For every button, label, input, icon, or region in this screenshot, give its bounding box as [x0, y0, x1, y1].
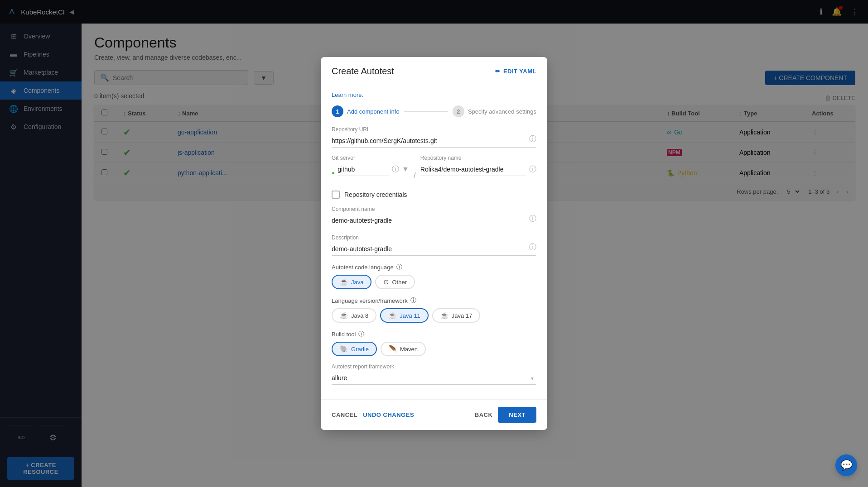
language-version-group: Language version/framework ⓘ ☕ Java 8 ☕ … — [332, 296, 536, 323]
git-server-info-icon[interactable]: ⓘ — [392, 165, 399, 176]
code-language-label: Autotest code language ⓘ — [332, 263, 536, 271]
java8-icon: ☕ — [340, 311, 348, 320]
build-tool-group: Build tool ⓘ 🐘 Gradle 🪶 Maven — [332, 330, 536, 356]
step-2: 2 Specify advanced settings — [453, 105, 536, 117]
git-server-label: Git server — [332, 155, 409, 161]
learn-more-link[interactable]: Learn more. — [332, 91, 536, 98]
chip-java-label: Java — [351, 279, 363, 286]
undo-changes-button[interactable]: UNDO CHANGES — [363, 411, 414, 418]
description-input[interactable] — [332, 243, 536, 256]
build-tool-chips: 🐘 Gradle 🪶 Maven — [332, 342, 536, 356]
slash-separator: / — [414, 171, 416, 183]
dialog-body: Learn more. 1 Add component info 2 Speci… — [321, 84, 547, 399]
java17-icon: ☕ — [440, 311, 449, 320]
build-tool-info-icon[interactable]: ⓘ — [358, 330, 364, 338]
language-version-chips: ☕ Java 8 ☕ Java 11 ☕ Java 17 — [332, 308, 536, 323]
component-name-input[interactable] — [332, 214, 536, 227]
pencil-icon: ✏ — [495, 68, 501, 75]
repo-credentials-label: Repository credentials — [344, 191, 407, 198]
step-2-circle: 2 — [453, 105, 464, 117]
dialog-title: Create Autotest — [332, 66, 394, 76]
cancel-button[interactable]: CANCEL — [332, 411, 357, 418]
component-name-label: Component name — [332, 206, 536, 212]
code-language-group: Autotest code language ⓘ ☕ Java ⊙ Other — [332, 263, 536, 289]
component-name-field: Component name ⓘ — [332, 206, 536, 227]
maven-icon: 🪶 — [389, 345, 397, 353]
report-framework-select-wrapper: allure junit testng — [332, 372, 536, 385]
repo-name-info-icon[interactable]: ⓘ — [529, 165, 536, 176]
step-line — [404, 111, 448, 112]
code-language-chips: ☕ Java ⊙ Other — [332, 275, 536, 289]
chip-java11[interactable]: ☕ Java 11 — [380, 308, 429, 323]
repo-name-label: Repository name — [420, 155, 536, 161]
repo-name-input[interactable] — [420, 163, 526, 176]
chip-maven[interactable]: 🪶 Maven — [381, 342, 426, 356]
gradle-icon: 🐘 — [340, 345, 348, 353]
chip-java8[interactable]: ☕ Java 8 — [332, 308, 376, 323]
build-tool-label: Build tool ⓘ — [332, 330, 536, 338]
repo-name-field: Repository name ⓘ — [420, 155, 536, 176]
edit-yaml-button[interactable]: ✏ EDIT YAML — [495, 68, 536, 75]
repo-url-input[interactable] — [332, 134, 536, 148]
step-1: 1 Add component info — [332, 105, 400, 117]
repo-credentials-checkbox[interactable] — [332, 191, 340, 199]
step-2-label: Specify advanced settings — [468, 108, 536, 115]
description-label: Description — [332, 234, 536, 241]
chip-gradle[interactable]: 🐘 Gradle — [332, 342, 377, 356]
chip-other-label: Other — [392, 279, 407, 286]
git-server-repo-row: Git server ● ⓘ ▼ / Repository name ⓘ — [332, 155, 536, 183]
language-version-info-icon[interactable]: ⓘ — [410, 296, 416, 305]
git-server-input[interactable] — [338, 163, 389, 176]
report-framework-label: Autotest report framework — [332, 363, 536, 370]
chip-java17-label: Java 17 — [452, 312, 473, 319]
repo-url-field: Repository URL ⓘ — [332, 126, 536, 148]
java11-icon: ☕ — [388, 311, 397, 320]
description-info-icon[interactable]: ⓘ — [529, 243, 536, 254]
git-status-icon: ● — [332, 170, 335, 176]
description-field: Description ⓘ — [332, 234, 536, 256]
chip-java11-label: Java 11 — [400, 312, 420, 319]
modal-overlay: Create Autotest ✏ EDIT YAML Learn more. … — [0, 0, 868, 487]
repo-url-info-icon[interactable]: ⓘ — [529, 134, 536, 146]
chip-maven-label: Maven — [400, 346, 418, 353]
report-framework-select[interactable]: allure junit testng — [332, 372, 536, 385]
chat-icon: 💬 — [840, 459, 853, 471]
step-1-circle: 1 — [332, 105, 343, 117]
next-button[interactable]: NEXT — [498, 407, 536, 423]
back-button[interactable]: BACK — [475, 411, 493, 418]
dialog-footer: CANCEL UNDO CHANGES BACK NEXT — [321, 399, 547, 430]
language-version-label: Language version/framework ⓘ — [332, 296, 536, 305]
chip-other[interactable]: ⊙ Other — [375, 275, 415, 289]
git-server-field: Git server ● ⓘ ▼ — [332, 155, 409, 176]
chip-java17[interactable]: ☕ Java 17 — [432, 308, 481, 323]
chat-fab-button[interactable]: 💬 — [835, 454, 857, 476]
other-chip-icon: ⊙ — [383, 278, 389, 286]
dialog-header: Create Autotest ✏ EDIT YAML — [321, 57, 547, 84]
chip-java[interactable]: ☕ Java — [332, 275, 371, 289]
code-language-info-icon[interactable]: ⓘ — [396, 263, 402, 271]
repo-url-label: Repository URL — [332, 126, 536, 133]
report-framework-group: Autotest report framework allure junit t… — [332, 363, 536, 385]
repo-credentials-row: Repository credentials — [332, 191, 536, 199]
git-server-dropdown-icon[interactable]: ▼ — [402, 165, 409, 176]
step-1-label: Add component info — [347, 108, 400, 115]
stepper: 1 Add component info 2 Specify advanced … — [332, 105, 536, 117]
create-autotest-dialog: Create Autotest ✏ EDIT YAML Learn more. … — [321, 57, 547, 430]
component-name-info-icon[interactable]: ⓘ — [529, 214, 536, 225]
java-chip-icon: ☕ — [340, 278, 348, 286]
chip-java8-label: Java 8 — [351, 312, 368, 319]
chip-gradle-label: Gradle — [351, 346, 369, 353]
